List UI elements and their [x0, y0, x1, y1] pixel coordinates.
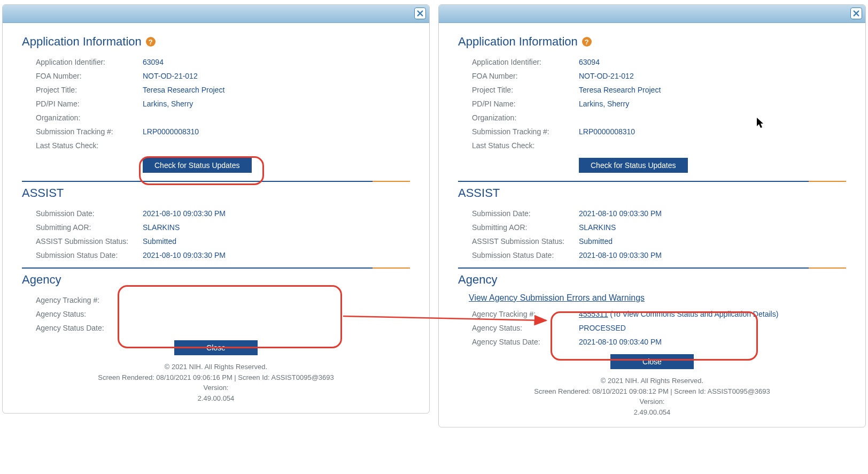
label-foa: FOA Number: — [469, 69, 576, 83]
close-button[interactable]: Close — [610, 354, 694, 369]
label-org: Organization: — [469, 111, 576, 125]
label-status-date: Submission Status Date: — [469, 248, 576, 262]
app-info-heading: Application Information ? — [22, 35, 410, 49]
value-assist-status: Submitted — [576, 234, 846, 248]
assist-table: Submission Date:2021-08-10 09:03:30 PM S… — [469, 207, 846, 262]
value-last-check — [140, 139, 410, 152]
mouse-cursor-icon — [757, 118, 765, 129]
app-info-table: Application Identifier:63094 FOA Number:… — [33, 55, 410, 175]
value-org — [140, 111, 410, 125]
footer: © 2021 NIH. All Rights Reserved. Screen … — [22, 358, 410, 409]
value-agency-status-date: 2021-08-10 09:03:40 PM — [576, 335, 846, 349]
value-aor: SLARKINS — [576, 220, 846, 234]
label-aor: Submitting AOR: — [469, 220, 576, 234]
agency-table: Agency Tracking #: Agency Status: Agency… — [33, 293, 410, 335]
help-icon[interactable]: ? — [146, 37, 156, 47]
value-agency-status — [140, 307, 410, 321]
value-agency-status-date — [140, 321, 410, 335]
label-agency-status-date: Agency Status Date: — [33, 321, 140, 335]
value-foa: NOT-OD-21-012 — [576, 69, 846, 83]
divider — [458, 267, 846, 269]
screen-rendered: Screen Rendered: 08/10/2021 09:08:12 PM … — [458, 386, 846, 397]
assist-table: Submission Date:2021-08-10 09:03:30 PM S… — [33, 207, 410, 262]
value-status-date: 2021-08-10 09:03:30 PM — [576, 248, 846, 262]
check-status-button[interactable]: Check for Status Updates — [579, 158, 688, 173]
value-app-id: 63094 — [576, 55, 846, 69]
version: 2.49.00.054 — [458, 407, 846, 418]
close-icon-button[interactable] — [414, 7, 426, 19]
label-title: Project Title: — [33, 83, 140, 97]
close-icon-button[interactable] — [850, 7, 862, 19]
assist-heading: ASSIST — [458, 186, 846, 200]
check-status-button[interactable]: Check for Status Updates — [143, 158, 252, 173]
label-agency-status: Agency Status: — [33, 307, 140, 321]
copyright: © 2021 NIH. All Rights Reserved. — [22, 362, 410, 372]
label-sub-date: Submission Date: — [469, 207, 576, 220]
label-org: Organization: — [33, 111, 140, 125]
label-app-id: Application Identifier: — [33, 55, 140, 69]
version-label: Version: — [458, 396, 846, 407]
value-assist-status: Submitted — [140, 234, 410, 248]
value-agency-tracking — [140, 293, 410, 307]
agency-heading: Agency — [458, 273, 846, 287]
divider — [22, 267, 410, 269]
divider — [458, 181, 846, 182]
label-aor: Submitting AOR: — [33, 220, 140, 234]
label-agency-tracking: Agency Tracking #: — [33, 293, 140, 307]
divider — [22, 181, 410, 182]
value-tracking: LRP0000008310 — [576, 125, 846, 139]
label-pdpi: PD/PI Name: — [469, 97, 576, 111]
modal-header — [3, 5, 429, 23]
value-app-id: 63094 — [140, 55, 410, 69]
label-status-date: Submission Status Date: — [33, 248, 140, 262]
label-foa: FOA Number: — [33, 69, 140, 83]
version-label: Version: — [22, 383, 410, 393]
value-tracking: LRP0000008310 — [140, 125, 410, 139]
value-sub-date: 2021-08-10 09:03:30 PM — [576, 207, 846, 220]
label-tracking: Submission Tracking #: — [33, 125, 140, 139]
close-icon — [416, 10, 424, 17]
agency-tracking-link[interactable]: 4555311 — [579, 310, 608, 318]
label-agency-status-date: Agency Status Date: — [469, 335, 576, 349]
value-org — [576, 111, 846, 125]
label-agency-tracking: Agency Tracking #: — [469, 307, 576, 321]
agency-tracking-suffix: (To View Commons Status and Application … — [608, 310, 779, 318]
label-title: Project Title: — [469, 83, 576, 97]
label-assist-status: ASSIST Submission Status: — [469, 234, 576, 248]
label-pdpi: PD/PI Name: — [33, 97, 140, 111]
value-title: Teresa Research Project — [576, 83, 846, 97]
value-agency-tracking: 4555311 (To View Commons Status and Appl… — [576, 307, 846, 321]
assist-heading: ASSIST — [22, 186, 410, 200]
label-assist-status: ASSIST Submission Status: — [33, 234, 140, 248]
value-pdpi: Larkins, Sherry — [576, 97, 846, 111]
modal-header — [439, 5, 865, 23]
label-tracking: Submission Tracking #: — [469, 125, 576, 139]
value-last-check — [576, 139, 846, 152]
close-button[interactable]: Close — [174, 340, 258, 355]
help-icon[interactable]: ? — [582, 37, 592, 47]
agency-heading: Agency — [22, 273, 410, 287]
value-agency-status: PROCESSED — [576, 321, 846, 335]
version: 2.49.00.054 — [22, 393, 410, 404]
copyright: © 2021 NIH. All Rights Reserved. — [458, 376, 846, 386]
label-sub-date: Submission Date: — [33, 207, 140, 220]
footer: © 2021 NIH. All Rights Reserved. Screen … — [458, 372, 846, 423]
value-title: Teresa Research Project — [140, 83, 410, 97]
value-sub-date: 2021-08-10 09:03:30 PM — [140, 207, 410, 220]
label-last-check: Last Status Check: — [469, 139, 576, 152]
label-last-check: Last Status Check: — [33, 139, 140, 152]
agency-table: Agency Tracking #:4555311 (To View Commo… — [469, 307, 846, 349]
value-aor: SLARKINS — [140, 220, 410, 234]
modal-dialog-left: Application Information ? Application Id… — [2, 4, 430, 414]
value-foa: NOT-OD-21-012 — [140, 69, 410, 83]
value-status-date: 2021-08-10 09:03:30 PM — [140, 248, 410, 262]
label-agency-status: Agency Status: — [469, 321, 576, 335]
screen-rendered: Screen Rendered: 08/10/2021 09:06:16 PM … — [22, 372, 410, 383]
value-pdpi: Larkins, Sherry — [140, 97, 410, 111]
modal-dialog-right: Application Information ? Application Id… — [438, 4, 866, 427]
label-app-id: Application Identifier: — [469, 55, 576, 69]
app-info-heading: Application Information ? — [458, 35, 846, 49]
view-agency-errors-link[interactable]: View Agency Submission Errors and Warnin… — [469, 293, 645, 302]
close-icon — [852, 10, 860, 17]
app-info-table: Application Identifier:63094 FOA Number:… — [469, 55, 846, 175]
